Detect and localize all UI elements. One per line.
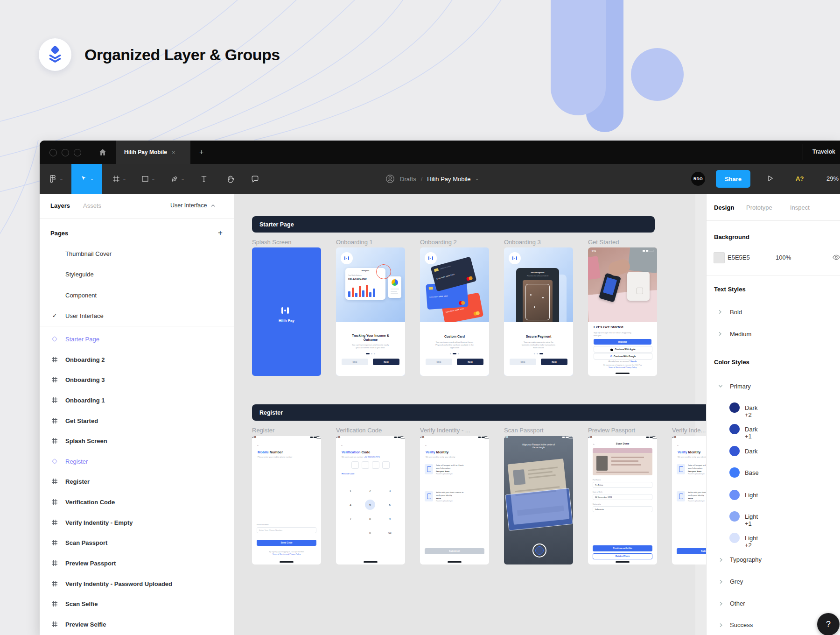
frame-verify-identity[interactable]: 9:41 ← Verify Identity We are need to ve… bbox=[420, 436, 489, 564]
skip-button[interactable]: Skip bbox=[510, 359, 536, 365]
frame-onboarding-1[interactable]: Analytics Total Wallet Balance Rp.12.000… bbox=[336, 247, 405, 376]
key-backspace[interactable]: ⌫ bbox=[380, 526, 399, 540]
frame-splash-screen[interactable]: Hilih Pay bbox=[252, 247, 321, 376]
background-swatch[interactable] bbox=[714, 252, 725, 263]
frame-verify-identity-uploaded[interactable]: 9:41 ← Verify Identity We are need to ve… bbox=[672, 436, 706, 564]
retake-photo-button[interactable]: Retake Photo bbox=[593, 553, 652, 559]
continue-with-this-button[interactable]: Continue with this bbox=[593, 545, 652, 551]
back-arrow-icon[interactable]: ← bbox=[425, 444, 427, 446]
key[interactable]: 3 bbox=[380, 484, 399, 498]
key[interactable]: 6 bbox=[380, 498, 399, 512]
code-boxes[interactable] bbox=[336, 461, 405, 469]
layer-row-frame[interactable]: Onboarding 3 bbox=[40, 369, 234, 390]
new-tab-button[interactable]: + bbox=[199, 148, 203, 156]
key[interactable]: 0 bbox=[360, 526, 380, 540]
continue-apple-button[interactable]: Continue With Apple bbox=[594, 346, 652, 353]
key[interactable]: 2 bbox=[360, 484, 380, 498]
page-row-current[interactable]: ✓ User Interface bbox=[40, 305, 234, 326]
chevron-right-icon[interactable] bbox=[718, 310, 722, 314]
page-row[interactable]: Component bbox=[40, 285, 234, 305]
breadcrumb-file-name[interactable]: Hilih Pay Mobile bbox=[427, 176, 470, 183]
frame-verification-code[interactable]: 9:41 ← Verification Code We sent code on… bbox=[336, 436, 405, 564]
breadcrumb-drafts[interactable]: Drafts bbox=[400, 176, 416, 183]
section-bar-register[interactable]: Register bbox=[252, 404, 706, 421]
next-button[interactable]: Next bbox=[373, 359, 399, 365]
key[interactable]: 7 bbox=[341, 512, 360, 526]
layer-row-section[interactable]: Register bbox=[40, 451, 234, 472]
frame-name-label[interactable]: Onboarding 1 bbox=[336, 239, 373, 246]
frame-register[interactable]: 9:41 ← Mobile Number Please enter your m… bbox=[252, 436, 321, 564]
key[interactable]: 9 bbox=[380, 512, 399, 526]
page-row[interactable]: Styleguide bbox=[40, 264, 234, 284]
frame-preview-passport[interactable]: 9:41 ← Scan Done Full Name Tri Antoa Dat… bbox=[588, 436, 657, 564]
color-group-other[interactable]: Other bbox=[730, 600, 745, 607]
back-arrow-icon[interactable]: ← bbox=[341, 444, 343, 446]
chevron-down-icon[interactable]: ⌄ bbox=[476, 176, 479, 181]
verify-item-selfie[interactable]: Selfie with your front camera toverify y… bbox=[425, 491, 484, 502]
color-group-typography[interactable]: Typography bbox=[730, 556, 762, 563]
frame-tool-button[interactable]: ⌄ bbox=[106, 164, 132, 194]
layer-row-frame[interactable]: Preview Passport bbox=[40, 553, 234, 573]
pen-tool-button[interactable]: ⌄ bbox=[165, 164, 190, 194]
help-button[interactable]: ? bbox=[817, 613, 840, 635]
frame-name-label[interactable]: Splash Screen bbox=[252, 239, 292, 246]
page-row[interactable]: Thumbnail Cover bbox=[40, 243, 234, 264]
tab-prototype[interactable]: Prototype bbox=[746, 204, 772, 211]
resend-code-link[interactable]: Resend Code bbox=[342, 473, 354, 475]
layer-row-frame[interactable]: Onboarding 1 bbox=[40, 390, 234, 410]
background-hex[interactable]: E5E5E5 bbox=[728, 254, 750, 261]
chevron-right-icon[interactable] bbox=[719, 601, 723, 606]
user-avatar[interactable]: RDO bbox=[691, 172, 705, 186]
eye-icon[interactable] bbox=[833, 254, 840, 261]
back-arrow-icon[interactable]: ← bbox=[257, 444, 259, 446]
phone-input[interactable]: Enter Your Phone Number bbox=[257, 527, 316, 533]
layer-row-frame[interactable]: Verify Indentity - Password Uploaded bbox=[40, 573, 234, 594]
traffic-light-minimize[interactable] bbox=[62, 149, 69, 156]
background-opacity[interactable]: 100% bbox=[776, 254, 791, 261]
hand-tool-button[interactable] bbox=[221, 164, 239, 194]
chevron-right-icon[interactable] bbox=[719, 579, 723, 584]
next-button[interactable]: Next bbox=[541, 359, 567, 365]
zoom-level[interactable]: 29% bbox=[826, 175, 839, 182]
tab-assets[interactable]: Assets bbox=[83, 202, 101, 209]
verify-item-selfie[interactable]: Selfie with your front camera toverify y… bbox=[677, 491, 706, 502]
color-group-success[interactable]: Success bbox=[730, 621, 753, 628]
skip-button[interactable]: Skip bbox=[426, 359, 452, 365]
frame-onboarding-3[interactable]: Face recognition Please look into camera… bbox=[504, 247, 573, 376]
page-selector[interactable]: User Interface bbox=[170, 202, 215, 209]
send-code-button[interactable]: Send Code bbox=[257, 540, 316, 546]
add-page-button[interactable]: + bbox=[218, 228, 223, 238]
frame-name-label[interactable]: Scan Passport bbox=[504, 427, 544, 434]
traffic-light-close[interactable] bbox=[49, 149, 57, 156]
color-group-primary[interactable]: Primary bbox=[730, 383, 751, 390]
frame-name-label[interactable]: Get Started bbox=[588, 239, 619, 246]
key[interactable]: 1 bbox=[341, 484, 360, 498]
chevron-down-icon[interactable] bbox=[718, 384, 723, 388]
shutter-button[interactable] bbox=[532, 543, 546, 557]
share-button[interactable]: Share bbox=[716, 170, 750, 188]
layer-row-section[interactable]: Starter Page bbox=[40, 329, 234, 349]
text-style-bold[interactable]: Bold bbox=[730, 309, 742, 316]
submit-all-button[interactable]: Submit All bbox=[677, 548, 706, 554]
layer-row-frame[interactable]: Preview Selfie bbox=[40, 614, 234, 635]
comment-tool-button[interactable] bbox=[245, 164, 264, 194]
key-active[interactable]: 5 bbox=[360, 498, 380, 512]
layer-row-frame[interactable]: Scan Selfie bbox=[40, 593, 234, 614]
frame-name-label[interactable]: Verify Indentity - ... bbox=[420, 427, 470, 434]
layer-row-frame[interactable]: Verification Code bbox=[40, 492, 234, 512]
tab-inspect[interactable]: Inspect bbox=[790, 204, 810, 211]
chevron-right-icon[interactable] bbox=[718, 332, 722, 336]
text-tool-button[interactable] bbox=[195, 164, 213, 194]
layer-row-frame[interactable]: Onboarding 2 bbox=[40, 349, 234, 370]
text-style-medium[interactable]: Medium bbox=[730, 331, 751, 338]
move-tool-button[interactable]: ⌄ bbox=[71, 164, 102, 194]
field-value[interactable]: Tri Antoa bbox=[593, 482, 652, 488]
signin-row[interactable]: Already have an account? Sign In bbox=[588, 360, 657, 362]
section-bar-starter[interactable]: Starter Page bbox=[252, 216, 655, 233]
shape-tool-button[interactable]: ⌄ bbox=[135, 164, 161, 194]
frame-name-label[interactable]: Onboarding 3 bbox=[504, 239, 541, 246]
verify-item-passport[interactable]: Take a Passport or ID to Checkyour Infor… bbox=[425, 464, 484, 475]
chevron-right-icon[interactable] bbox=[719, 557, 723, 562]
font-warning-indicator[interactable]: A? bbox=[796, 175, 804, 182]
key[interactable]: 8 bbox=[360, 512, 380, 526]
